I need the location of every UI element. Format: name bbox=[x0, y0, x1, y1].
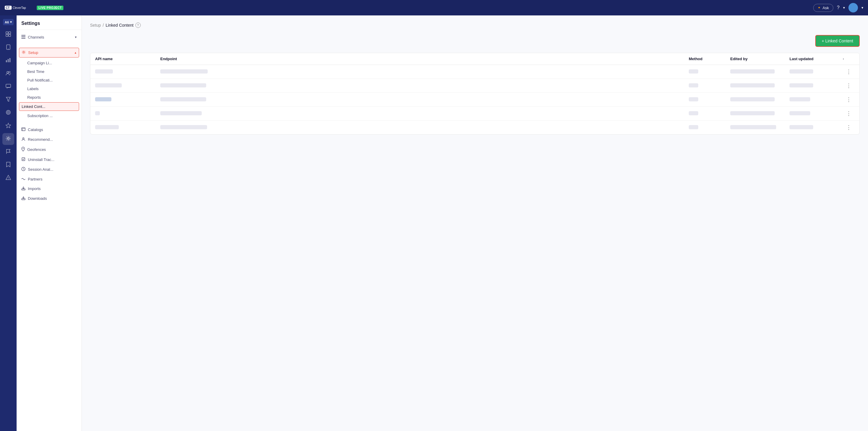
svg-point-29 bbox=[23, 148, 24, 149]
ask-button[interactable]: ✦ Ask bbox=[813, 4, 833, 12]
clevertap-logo: CT CleverTap bbox=[5, 3, 34, 12]
sidebar-item-chat[interactable] bbox=[2, 81, 14, 93]
cell-last-updated-5 bbox=[789, 125, 843, 130]
sidebar-item-star[interactable] bbox=[2, 120, 14, 132]
table-row: ⋮ bbox=[90, 107, 860, 121]
svg-rect-5 bbox=[6, 34, 8, 36]
cell-endpoint-4 bbox=[160, 111, 689, 116]
breadcrumb-parent: Setup bbox=[90, 23, 101, 28]
breadcrumb-current: Linked Content ? bbox=[105, 23, 141, 28]
cell-edited-by-5 bbox=[730, 125, 789, 130]
sidebar-item-catalogs[interactable]: Catalogs bbox=[17, 125, 82, 135]
star-icon: ✦ bbox=[818, 6, 820, 10]
sidebar-sub-pull-notif[interactable]: Pull Notificati... bbox=[17, 76, 82, 85]
header-last-updated: Last updated bbox=[789, 57, 843, 61]
sidebar-item-settings[interactable] bbox=[2, 133, 14, 145]
sidebar-item-bookmark[interactable] bbox=[2, 159, 14, 171]
breadcrumb: Setup / Linked Content ? bbox=[90, 23, 860, 28]
cell-edited-by-4 bbox=[730, 111, 789, 116]
table-row: ⋮ bbox=[90, 93, 860, 107]
catalogs-icon bbox=[21, 127, 26, 132]
chart-icon bbox=[6, 58, 11, 64]
svg-point-20 bbox=[8, 179, 8, 179]
sidebar-item-recommends[interactable]: Recommend... bbox=[17, 135, 82, 144]
cell-api-name-4 bbox=[95, 111, 160, 116]
cell-method-1 bbox=[689, 69, 730, 75]
bookmark-icon bbox=[6, 162, 10, 168]
sidebar-item-channels[interactable]: Channels ▾ bbox=[17, 32, 82, 42]
sidebar-item-partners[interactable]: Partners bbox=[17, 174, 82, 184]
sidebar-item-phone[interactable] bbox=[2, 42, 14, 54]
row-actions-5[interactable]: ⋮ bbox=[843, 124, 855, 131]
table-row: ⋮ bbox=[90, 65, 860, 79]
sidebar-item-flag[interactable] bbox=[2, 146, 14, 158]
table-row: ⋮ bbox=[90, 79, 860, 93]
settings-icon bbox=[6, 136, 11, 142]
cell-endpoint-2 bbox=[160, 83, 689, 88]
recommends-icon bbox=[21, 137, 26, 142]
channels-chevron: ▾ bbox=[75, 35, 77, 39]
row-actions-4[interactable]: ⋮ bbox=[843, 110, 855, 117]
svg-rect-21 bbox=[21, 35, 26, 35]
sidebar-item-session[interactable]: Session Anal... bbox=[17, 165, 82, 174]
breadcrumb-help-icon[interactable]: ? bbox=[135, 23, 141, 28]
sidebar-sub-campaign-li[interactable]: Campaign Li... bbox=[17, 59, 82, 67]
sidebar-item-target[interactable] bbox=[2, 107, 14, 119]
uninstall-icon bbox=[21, 157, 26, 162]
row-actions-2[interactable]: ⋮ bbox=[843, 82, 855, 89]
star2-icon bbox=[6, 123, 11, 129]
cell-last-updated-3 bbox=[789, 97, 843, 102]
cell-method-2 bbox=[689, 83, 730, 88]
table-row: ⋮ bbox=[90, 121, 860, 134]
sidebar-item-alert[interactable] bbox=[2, 172, 14, 184]
cell-api-name-2 bbox=[95, 83, 160, 88]
alert-icon bbox=[6, 175, 11, 181]
sidebar-sub-best-time[interactable]: Best Time bbox=[17, 67, 82, 76]
cell-last-updated-1 bbox=[789, 69, 843, 75]
svg-rect-30 bbox=[22, 158, 25, 161]
header-method: Method bbox=[689, 57, 730, 61]
cell-method-3 bbox=[689, 97, 730, 102]
sidebar-item-imports[interactable]: Imports bbox=[17, 184, 82, 194]
row-actions-3[interactable]: ⋮ bbox=[843, 96, 855, 103]
help-button[interactable]: ? bbox=[837, 5, 840, 10]
help-chevron[interactable]: ▾ bbox=[843, 6, 845, 10]
svg-rect-14 bbox=[6, 84, 11, 87]
cell-last-updated-4 bbox=[789, 111, 843, 116]
row-actions-1[interactable]: ⋮ bbox=[843, 68, 855, 75]
sidebar-item-uninstall[interactable]: Uninstall Trac... bbox=[17, 155, 82, 165]
people-icon bbox=[6, 71, 11, 77]
workspace-badge[interactable]: A6 ▾ bbox=[3, 19, 13, 25]
imports-icon bbox=[21, 186, 26, 191]
setup-chevron: ▴ bbox=[75, 51, 76, 55]
sidebar-sub-labels[interactable]: Labels bbox=[17, 85, 82, 93]
sidebar-item-dashboard[interactable] bbox=[2, 29, 14, 40]
sidebar-item-geofences[interactable]: Geofences bbox=[17, 144, 82, 155]
breadcrumb-separator: / bbox=[103, 23, 104, 28]
svg-rect-10 bbox=[8, 59, 8, 62]
sidebar-item-chart[interactable] bbox=[2, 55, 14, 67]
sidebar-item-people[interactable] bbox=[2, 68, 14, 80]
funnel-icon bbox=[6, 97, 11, 103]
table-header: API name Endpoint Method Edited by Last … bbox=[90, 53, 860, 65]
sidebar-item-downloads[interactable]: Downloads bbox=[17, 194, 82, 203]
sidebar-sub-reports[interactable]: Reports bbox=[17, 93, 82, 102]
sidebar-item-funnel[interactable] bbox=[2, 94, 14, 106]
sidebar-channels-section: Channels ▾ bbox=[17, 30, 82, 44]
session-icon bbox=[21, 167, 26, 172]
sidebar-sub-subscription[interactable]: Subscription ... bbox=[17, 111, 82, 120]
header-endpoint: Endpoint bbox=[160, 57, 689, 61]
svg-text:CleverTap: CleverTap bbox=[13, 6, 26, 9]
cell-api-name-5 bbox=[95, 125, 160, 130]
svg-rect-32 bbox=[22, 189, 25, 190]
sidebar-item-setup[interactable]: Setup ▴ bbox=[19, 48, 79, 58]
nav-right: ✦ Ask ? ▾ ▾ bbox=[813, 3, 863, 12]
sidebar-sub-linked-content[interactable]: Linked Cont... bbox=[19, 102, 79, 111]
svg-point-17 bbox=[8, 112, 9, 113]
svg-point-12 bbox=[7, 71, 8, 73]
user-chevron[interactable]: ▾ bbox=[862, 6, 863, 10]
svg-point-18 bbox=[7, 138, 9, 139]
user-avatar[interactable] bbox=[848, 3, 858, 12]
linked-content-table: API name Endpoint Method Edited by Last … bbox=[90, 53, 860, 135]
add-linked-content-button[interactable]: + Linked Content bbox=[815, 35, 860, 47]
